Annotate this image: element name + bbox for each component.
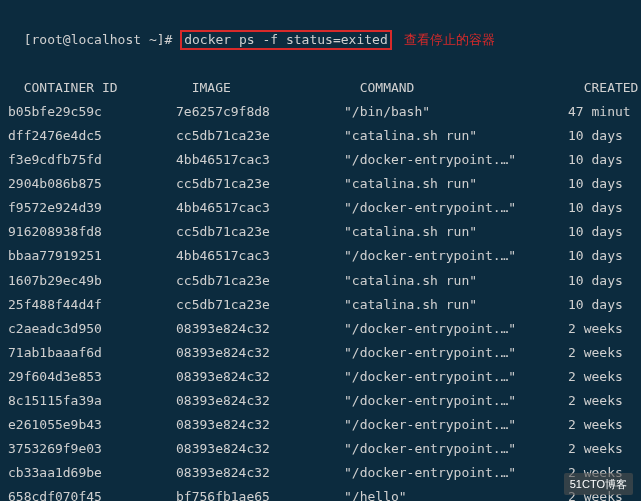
header-created: CREATED [584, 76, 639, 100]
table-row: f9572e924d394bb46517cac3"/docker-entrypo… [8, 196, 633, 220]
cell-image: 08393e824c32 [176, 317, 344, 341]
table-row: 3753269f9e0308393e824c32"/docker-entrypo… [8, 437, 633, 461]
prompt-user: root [31, 32, 62, 47]
table-row: 25f488f44d4fcc5db71ca23e"catalina.sh run… [8, 293, 633, 317]
cell-command: "/docker-entrypoint.…" [344, 413, 568, 437]
table-row: e261055e9b4308393e824c32"/docker-entrypo… [8, 413, 633, 437]
cell-image: 4bb46517cac3 [176, 244, 344, 268]
prompt-path: ~ [149, 32, 157, 47]
cell-created: 2 weeks [568, 413, 623, 437]
cell-command: "catalina.sh run" [344, 220, 568, 244]
header-command: COMMAND [360, 76, 584, 100]
cell-container-id: bbaa77919251 [8, 244, 176, 268]
cell-created: 10 days [568, 124, 623, 148]
cell-container-id: 1607b29ec49b [8, 269, 176, 293]
cell-container-id: 29f604d3e853 [8, 365, 176, 389]
cell-image: 08393e824c32 [176, 461, 344, 485]
table-row: c2aeadc3d95008393e824c32"/docker-entrypo… [8, 317, 633, 341]
cell-image: bf756fb1ae65 [176, 485, 344, 501]
cell-image: 08393e824c32 [176, 365, 344, 389]
cell-image: 08393e824c32 [176, 437, 344, 461]
cell-container-id: f9572e924d39 [8, 196, 176, 220]
table-row: b05bfe29c59c7e6257c9f8d8"/bin/bash"47 mi… [8, 100, 633, 124]
annotation-text: 查看停止的容器 [404, 32, 495, 47]
cell-image: cc5db71ca23e [176, 172, 344, 196]
cell-image: 7e6257c9f8d8 [176, 100, 344, 124]
table-row: 658cdf070f45bf756fb1ae65"/hello"2 weeks [8, 485, 633, 501]
table-header-row: CONTAINER IDIMAGECOMMANDCREATED [8, 52, 633, 100]
cell-command: "/docker-entrypoint.…" [344, 244, 568, 268]
watermark-badge: 51CTO博客 [564, 473, 633, 495]
cell-container-id: c2aeadc3d950 [8, 317, 176, 341]
cell-container-id: 658cdf070f45 [8, 485, 176, 501]
cell-container-id: 71ab1baaaf6d [8, 341, 176, 365]
cell-image: 4bb46517cac3 [176, 196, 344, 220]
prompt-close-bracket: ] [157, 32, 165, 47]
cell-image: 08393e824c32 [176, 413, 344, 437]
prompt-space [141, 32, 149, 47]
cell-command: "/docker-entrypoint.…" [344, 437, 568, 461]
cell-image: 4bb46517cac3 [176, 148, 344, 172]
cell-container-id: b05bfe29c59c [8, 100, 176, 124]
prompt-host: localhost [71, 32, 141, 47]
cell-created: 2 weeks [568, 341, 623, 365]
cell-image: cc5db71ca23e [176, 220, 344, 244]
cell-created: 2 weeks [568, 437, 623, 461]
cell-image: cc5db71ca23e [176, 293, 344, 317]
cell-command: "catalina.sh run" [344, 293, 568, 317]
cell-created: 2 weeks [568, 389, 623, 413]
cell-created: 10 days [568, 293, 623, 317]
table-row: 916208938fd8cc5db71ca23e"catalina.sh run… [8, 220, 633, 244]
table-row: bbaa779192514bb46517cac3"/docker-entrypo… [8, 244, 633, 268]
command-text: docker ps -f status=exited [184, 32, 388, 47]
cell-created: 47 minut [568, 100, 631, 124]
prompt-at: @ [63, 32, 71, 47]
table-row: 29f604d3e85308393e824c32"/docker-entrypo… [8, 365, 633, 389]
cell-command: "/docker-entrypoint.…" [344, 365, 568, 389]
table-row: 1607b29ec49bcc5db71ca23e"catalina.sh run… [8, 269, 633, 293]
cell-command: "catalina.sh run" [344, 172, 568, 196]
cell-container-id: 2904b086b875 [8, 172, 176, 196]
cell-created: 2 weeks [568, 317, 623, 341]
cell-command: "/docker-entrypoint.…" [344, 148, 568, 172]
header-image: IMAGE [192, 76, 360, 100]
cell-command: "/docker-entrypoint.…" [344, 196, 568, 220]
cell-created: 2 weeks [568, 365, 623, 389]
cell-created: 10 days [568, 172, 623, 196]
cell-command: "/docker-entrypoint.…" [344, 317, 568, 341]
table-row: cb33aa1d69be08393e824c32"/docker-entrypo… [8, 461, 633, 485]
cell-image: 08393e824c32 [176, 389, 344, 413]
cell-container-id: e261055e9b43 [8, 413, 176, 437]
cell-container-id: f3e9cdfb75fd [8, 148, 176, 172]
cell-container-id: 8c15115fa39a [8, 389, 176, 413]
cell-container-id: 3753269f9e03 [8, 437, 176, 461]
prompt-hash: # [165, 32, 173, 47]
cell-container-id: 25f488f44d4f [8, 293, 176, 317]
table-row: 71ab1baaaf6d08393e824c32"/docker-entrypo… [8, 341, 633, 365]
prompt-line-1[interactable]: [root@localhost ~]# docker ps -f status=… [8, 4, 633, 52]
table-row: f3e9cdfb75fd4bb46517cac3"/docker-entrypo… [8, 148, 633, 172]
cell-created: 10 days [568, 244, 623, 268]
command-highlight-box: docker ps -f status=exited [180, 30, 392, 50]
cell-container-id: cb33aa1d69be [8, 461, 176, 485]
table-row: 2904b086b875cc5db71ca23e"catalina.sh run… [8, 172, 633, 196]
cell-container-id: 916208938fd8 [8, 220, 176, 244]
cell-command: "/bin/bash" [344, 100, 568, 124]
cell-created: 10 days [568, 148, 623, 172]
table-row: 8c15115fa39a08393e824c32"/docker-entrypo… [8, 389, 633, 413]
cell-created: 10 days [568, 220, 623, 244]
cell-image: cc5db71ca23e [176, 269, 344, 293]
cell-command: "/docker-entrypoint.…" [344, 389, 568, 413]
cell-command: "/hello" [344, 485, 568, 501]
cell-created: 10 days [568, 196, 623, 220]
cell-command: "/docker-entrypoint.…" [344, 341, 568, 365]
cell-command: "catalina.sh run" [344, 124, 568, 148]
cell-image: cc5db71ca23e [176, 124, 344, 148]
table-row: dff2476e4dc5cc5db71ca23e"catalina.sh run… [8, 124, 633, 148]
cell-command: "catalina.sh run" [344, 269, 568, 293]
header-container-id: CONTAINER ID [24, 76, 192, 100]
cell-image: 08393e824c32 [176, 341, 344, 365]
cell-created: 10 days [568, 269, 623, 293]
cell-command: "/docker-entrypoint.…" [344, 461, 568, 485]
cell-container-id: dff2476e4dc5 [8, 124, 176, 148]
